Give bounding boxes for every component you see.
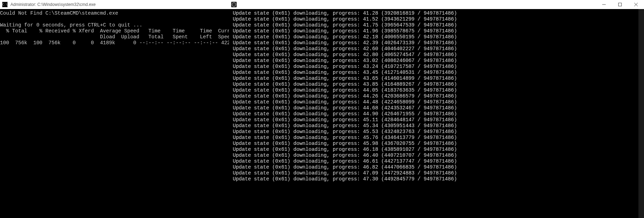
window-controls	[596, 0, 644, 9]
scrollbar[interactable]	[638, 9, 644, 218]
cmd-title-text: Administrator: C:\Windows\system32\cmd.e…	[10, 2, 96, 7]
steam-output[interactable]: Update state (0x61) downloading, progres…	[229, 9, 644, 218]
steam-titlebar[interactable]	[229, 0, 644, 9]
close-button[interactable]	[628, 0, 644, 9]
svg-rect-1	[619, 3, 622, 6]
cmd-window: C:\ Administrator: C:\Windows\system32\c…	[0, 0, 229, 218]
cmd-titlebar[interactable]: C:\ Administrator: C:\Windows\system32\c…	[0, 0, 229, 9]
steam-window: Update state (0x61) downloading, progres…	[229, 0, 644, 218]
steam-icon	[231, 2, 237, 7]
minimize-button[interactable]	[596, 0, 612, 9]
cmd-output[interactable]: Could Not Find C:\SteamCMD\steamcmd.exe …	[0, 9, 229, 218]
cmd-icon: C:\	[2, 2, 8, 7]
maximize-button[interactable]	[612, 0, 628, 9]
